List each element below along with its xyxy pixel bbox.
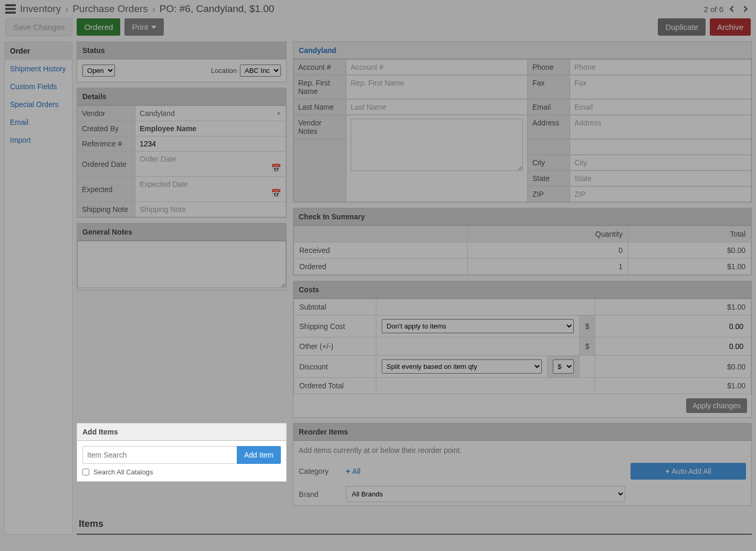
add-item-button[interactable]: Add Item — [237, 446, 281, 464]
reorder-panel: Reorder Items Add items currently at or … — [293, 423, 752, 506]
discount-type-select[interactable]: $ — [553, 359, 574, 374]
location-label: Location — [211, 67, 237, 75]
shipping-label: Shipping Cost — [294, 315, 376, 337]
vendor-notes-label: Vendor Notes — [293, 115, 346, 139]
general-notes-header: General Notes — [77, 224, 286, 241]
svg-rect-1 — [5, 8, 16, 10]
brand-label: Brand — [299, 490, 341, 499]
fax-input[interactable] — [574, 79, 747, 87]
ordered-label: Ordered — [294, 259, 468, 275]
general-notes-panel: General Notes — [77, 223, 287, 290]
search-all-catalogs-label: Search All Catalogs — [93, 468, 153, 476]
location-select[interactable]: ABC Inc — [240, 65, 281, 77]
zip-input[interactable] — [574, 190, 747, 198]
discount-label: Discount — [294, 356, 376, 378]
received-qty: 0 — [468, 242, 628, 259]
chevron-right-icon: › — [65, 4, 68, 15]
nav-shipment-history[interactable]: Shipment History — [5, 60, 72, 78]
account-input[interactable] — [351, 63, 523, 71]
vendor-email-input[interactable] — [574, 103, 747, 111]
side-nav: Order Shipment History Custom Fields Spe… — [4, 41, 72, 535]
ordered-total-label: Ordered Total — [294, 378, 376, 394]
expected-date-input[interactable] — [140, 180, 281, 188]
nav-email[interactable]: Email — [5, 113, 72, 131]
created-by-value: Employee Name — [140, 124, 196, 133]
status-select[interactable]: Open — [82, 65, 115, 77]
auto-add-all-button[interactable]: + Auto Add All — [631, 463, 746, 480]
account-label: Account # — [293, 59, 346, 75]
search-all-catalogs-checkbox[interactable] — [82, 469, 89, 475]
status-panel: Status Open Location ABC Inc — [77, 41, 287, 82]
calendar-icon[interactable]: 📅 — [271, 188, 281, 198]
general-notes-textarea[interactable] — [77, 241, 286, 288]
city-input[interactable] — [574, 158, 747, 167]
breadcrumb-inventory[interactable]: Inventory — [20, 3, 61, 15]
shipping-note-label: Shipping Note — [78, 202, 135, 217]
reference-input[interactable] — [140, 140, 281, 148]
apply-changes-button[interactable]: Apply changes — [686, 398, 747, 413]
discount-select[interactable]: Split evenly based on item qty — [382, 359, 542, 374]
caret-down-icon: ▼ — [276, 111, 281, 116]
nav-special-orders[interactable]: Special Orders — [5, 96, 72, 113]
ordered-total-value: $1.00 — [595, 378, 751, 394]
ordered-qty: 1 — [468, 259, 628, 275]
other-input[interactable] — [601, 341, 746, 352]
nav-custom-fields[interactable]: Custom Fields — [5, 78, 72, 96]
address-input[interactable] — [574, 119, 747, 127]
phone-label: Phone — [528, 59, 570, 75]
svg-rect-0 — [5, 4, 16, 6]
rep-first-input[interactable] — [351, 79, 523, 87]
last-name-input[interactable] — [351, 103, 523, 111]
brand-select[interactable]: All Brands — [346, 486, 625, 502]
nav-order[interactable]: Order — [5, 42, 72, 60]
vendor-link[interactable]: Candyland — [299, 46, 337, 55]
phone-input[interactable] — [574, 63, 747, 71]
plus-icon: + — [665, 467, 671, 475]
shipping-currency: $ — [580, 315, 595, 337]
items-header: Items — [77, 514, 752, 535]
vendor-notes-textarea[interactable] — [351, 119, 523, 171]
calendar-icon[interactable]: 📅 — [271, 163, 281, 173]
discount-value: $0.00 — [595, 356, 751, 378]
city-label: City — [528, 155, 570, 171]
svg-rect-2 — [5, 12, 16, 14]
category-all-link[interactable]: + All — [346, 467, 361, 475]
ordered-date-input[interactable] — [140, 155, 281, 163]
quantity-header: Quantity — [468, 226, 628, 242]
duplicate-button[interactable]: Duplicate — [658, 18, 706, 36]
status-header: Status — [77, 42, 286, 59]
received-label: Received — [294, 242, 468, 259]
address2-input[interactable] — [574, 143, 747, 151]
discount-input[interactable] — [585, 362, 590, 372]
print-button[interactable]: Print — [124, 18, 164, 36]
state-input[interactable] — [574, 174, 747, 183]
add-items-header: Add Items — [77, 423, 286, 441]
reorder-header: Reorder Items — [293, 423, 751, 441]
received-total: $0.00 — [628, 242, 751, 259]
details-panel: Details Vendor Candyland▼ Created By Emp… — [77, 88, 287, 218]
ordered-button[interactable]: Ordered — [77, 18, 120, 36]
breadcrumb-current: PO: #6, Candyland, $1.00 — [160, 3, 275, 15]
breadcrumb-purchase-orders[interactable]: Purchase Orders — [72, 3, 148, 15]
reorder-help: Add items currently at or below their re… — [293, 441, 751, 460]
shipping-note-input[interactable] — [140, 205, 281, 214]
archive-button[interactable]: Archive — [710, 18, 751, 36]
pager-next-icon[interactable] — [740, 4, 751, 14]
state-label: State — [528, 171, 570, 186]
chevron-right-icon: › — [152, 4, 155, 15]
item-search-input[interactable] — [82, 446, 237, 464]
costs-header: Costs — [293, 281, 751, 299]
add-items-panel: Add Items Add Item Search All Catalogs — [77, 423, 287, 482]
vendor-dropdown[interactable]: Candyland▼ — [135, 106, 286, 121]
menu-icon[interactable] — [5, 4, 16, 14]
ordered-date-label: Ordered Date — [78, 152, 135, 177]
caret-down-icon — [151, 26, 156, 29]
shipping-input[interactable] — [601, 321, 746, 332]
nav-import[interactable]: Import — [5, 131, 72, 149]
other-label: Other (+/-) — [294, 337, 376, 356]
pager-prev-icon[interactable] — [727, 4, 737, 14]
vendor-email-label: Email — [528, 99, 570, 115]
created-by-label: Created By — [78, 121, 135, 136]
rep-first-label: Rep. First Name — [293, 75, 346, 99]
shipping-select[interactable]: Don't apply to items — [382, 319, 574, 333]
